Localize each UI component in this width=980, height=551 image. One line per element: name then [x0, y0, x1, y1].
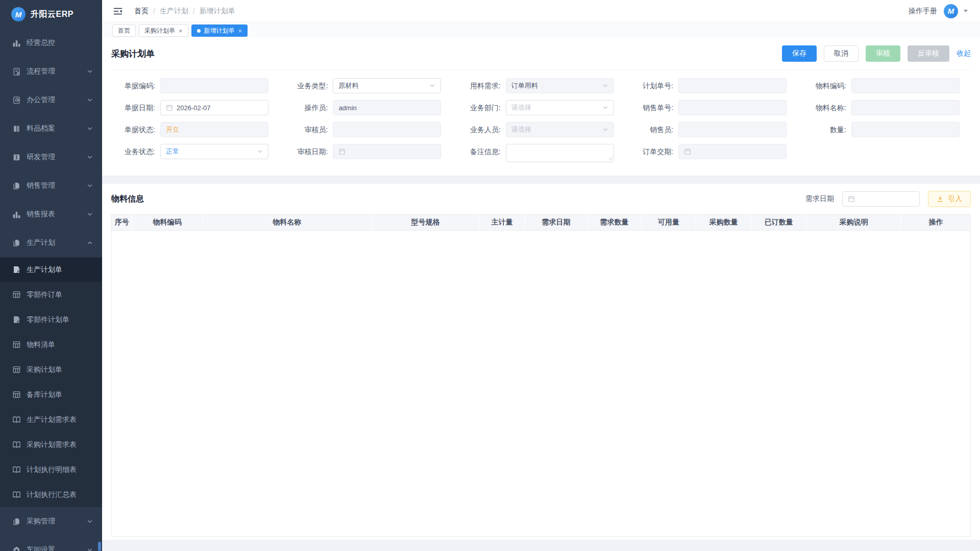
user-avatar[interactable]: M	[944, 4, 958, 18]
business-person-select[interactable]: 请选择	[506, 122, 614, 137]
doc-date-date-input[interactable]: 2026-02-07	[160, 100, 268, 115]
archive-icon	[12, 124, 21, 133]
quantity-input[interactable]	[851, 122, 960, 137]
import-button[interactable]: 引入	[928, 191, 971, 207]
salesperson-field: 销售员:	[629, 122, 798, 137]
demand-date-input[interactable]	[842, 191, 920, 207]
sidebar-item-production-plan-order[interactable]: 生产计划单	[0, 257, 102, 282]
unaudit-button[interactable]: 反审核	[908, 45, 949, 62]
table-icon	[12, 290, 21, 299]
chevron-down-icon	[602, 127, 608, 133]
plan-no-input[interactable]	[678, 78, 787, 93]
business-status-value: 正常	[166, 147, 179, 156]
sidebar-item-production-plan-demand[interactable]: 生产计划需求表	[0, 407, 102, 432]
chart-bar-icon	[12, 210, 21, 219]
business-status-field: 业务状态:正常	[111, 144, 280, 162]
breadcrumb-item[interactable]: 生产计划	[160, 7, 188, 16]
breadcrumb-separator: /	[193, 7, 195, 15]
collapse-form-button[interactable]: 收起	[957, 45, 971, 62]
breadcrumb-item[interactable]: 首页	[134, 7, 149, 16]
research-icon	[12, 153, 21, 162]
section-gap	[102, 176, 980, 184]
sidebar-item-parts-order[interactable]: 零部件订单	[0, 282, 102, 307]
sidebar-item-plan-exec-summary[interactable]: 计划执行汇总表	[0, 482, 102, 507]
sidebar-item-stock-plan-order[interactable]: 备库计划单	[0, 382, 102, 407]
audit-button[interactable]: 审核	[866, 45, 900, 62]
material-section-title: 物料信息	[111, 194, 144, 205]
sidebar-item-office-mgmt[interactable]: 办公管理	[0, 86, 102, 114]
doc-edit-icon	[12, 265, 21, 274]
import-button-label: 引入	[948, 194, 962, 204]
user-dropdown-caret-icon[interactable]	[964, 10, 968, 12]
column-header-material-name: 物料名称	[203, 215, 372, 230]
sidebar-item-bom-list[interactable]: 物料清单	[0, 332, 102, 357]
chevron-down-icon	[87, 154, 93, 160]
salesperson-input[interactable]	[678, 122, 787, 137]
material-name-input[interactable]	[851, 100, 960, 115]
form-header: 采购计划单 保存 取消 审核 反审核 收起	[111, 38, 971, 70]
sidebar-item-label: 计划执行汇总表	[27, 490, 77, 499]
remark-textarea[interactable]	[506, 144, 614, 162]
calendar-icon	[684, 148, 691, 155]
operator-value: admin	[338, 104, 356, 112]
sidebar-item-rd-mgmt[interactable]: 研发管理	[0, 143, 102, 171]
sidebar-item-plan-exec-detail[interactable]: 计划执行明细表	[0, 457, 102, 482]
sidebar-item-label: 备库计划单	[27, 390, 62, 399]
manual-link[interactable]: 操作手册	[909, 7, 937, 16]
column-header-material-code: 物料编码	[132, 215, 202, 230]
column-header-available-qty: 可用量	[642, 215, 697, 230]
order-delivery-date-input[interactable]	[678, 144, 787, 159]
sidebar-item-label: 计划执行明细表	[27, 465, 77, 474]
doc-status-value: 开立	[166, 125, 179, 134]
close-tab-icon[interactable]: ×	[179, 28, 183, 34]
auditor-input[interactable]	[333, 122, 441, 137]
close-tab-icon[interactable]: ×	[238, 28, 242, 34]
sidebar-item-sales-report[interactable]: 销售报表	[0, 200, 102, 229]
save-button[interactable]: 保存	[782, 45, 817, 62]
sidebar-item-label: 车间设置	[27, 545, 55, 551]
sidebar-item-sales-mgmt[interactable]: 销售管理	[0, 171, 102, 200]
business-type-select[interactable]: 原材料	[333, 78, 441, 93]
resize-handle-icon[interactable]	[608, 157, 612, 161]
sidebar-item-purchase-mgmt[interactable]: 采购管理	[0, 507, 102, 536]
operator-input[interactable]: admin	[333, 100, 441, 115]
material-name-field: 物料名称:	[802, 100, 971, 115]
audit-date-date-input[interactable]	[333, 144, 441, 159]
doc-code-input[interactable]	[160, 78, 268, 93]
copy-icon	[12, 182, 21, 190]
sidebar-item-material-archive[interactable]: 料品档案	[0, 114, 102, 143]
doc-status-input[interactable]: 开立	[160, 122, 268, 137]
sidebar-item-purchase-plan-demand[interactable]: 采购计划需求表	[0, 432, 102, 457]
sidebar-item-label: 物料清单	[27, 340, 55, 349]
business-dept-select[interactable]: 请选择	[506, 100, 614, 115]
material-section-header: 物料信息 需求日期 引入	[111, 184, 971, 214]
doc-date-label: 单据日期:	[111, 100, 160, 115]
sidebar-item-purchase-plan-order[interactable]: 采购计划单	[0, 357, 102, 382]
sales-no-input[interactable]	[678, 100, 787, 115]
business-status-select[interactable]: 正常	[160, 144, 268, 159]
tab-purchase-plan-order[interactable]: 采购计划单×	[139, 24, 188, 37]
material-demand-select[interactable]: 订单用料	[506, 78, 614, 93]
copy-icon	[12, 239, 21, 247]
sidebar-menu: 经营总控流程管理办公管理料品档案研发管理销售管理销售报表生产计划生产计划单零部件…	[0, 29, 102, 551]
tab-new-plan-order[interactable]: 新增计划单×	[191, 24, 248, 37]
tab-home[interactable]: 首页	[112, 24, 136, 37]
material-code-input[interactable]	[851, 78, 960, 93]
sidebar-item-business-overview[interactable]: 经营总控	[0, 29, 102, 57]
collapse-sidebar-icon[interactable]	[113, 7, 123, 15]
sidebar-item-workshop-settings[interactable]: 车间设置	[0, 536, 102, 551]
doc-flow-icon	[12, 67, 21, 76]
cancel-button[interactable]: 取消	[824, 45, 859, 62]
doc-date-value: 2026-02-07	[177, 104, 211, 112]
sidebar-item-parts-plan-order[interactable]: 零部件计划单	[0, 307, 102, 332]
calendar-icon	[848, 195, 855, 203]
sidebar-item-label: 流程管理	[27, 67, 55, 76]
sidebar-item-process-mgmt[interactable]: 流程管理	[0, 57, 102, 86]
form-toolbar: 保存 取消 审核 反审核 收起	[782, 45, 971, 62]
logo-icon: M	[11, 7, 26, 21]
sidebar-item-production-plan[interactable]: 生产计划	[0, 229, 102, 257]
table-icon	[12, 340, 21, 349]
business-person-value: 请选择	[511, 125, 531, 134]
sidebar-scrollbar-thumb[interactable]	[98, 542, 101, 551]
tab-label: 首页	[118, 27, 130, 35]
